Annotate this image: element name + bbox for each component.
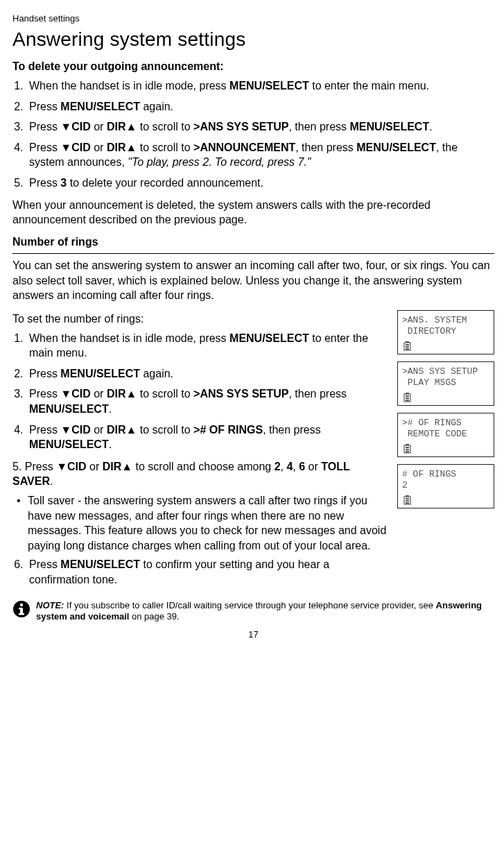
lcd-screen-3: ># OF RINGS REMOTE CODE	[397, 413, 494, 457]
section-rings-heading: Number of rings	[12, 234, 494, 250]
lcd-screen-1: >ANS. SYSTEM DIRECTORY	[397, 310, 494, 354]
running-header: Handset settings	[12, 12, 494, 25]
r-step-5: 5. Press ▼CID or DIR▲ to scroll and choo…	[0, 459, 388, 554]
svg-rect-12	[406, 447, 409, 448]
r-step-2: Press MENU/SELECT again.	[26, 366, 388, 382]
page-title: Answering system settings	[12, 26, 494, 53]
section-delete-heading: To delete your outgoing announcement:	[12, 59, 494, 74]
battery-icon	[403, 444, 412, 454]
battery-icon	[403, 341, 412, 351]
set-line: To set the number of rings:	[12, 311, 388, 327]
svg-rect-3	[406, 346, 409, 348]
svg-rect-4	[406, 348, 409, 350]
note-text: NOTE: If you subscribe to caller ID/call…	[36, 600, 494, 624]
delete-steps-list: When the handset is in idle mode, press …	[12, 78, 494, 191]
svg-rect-17	[406, 498, 409, 499]
battery-icon	[403, 393, 412, 402]
r-step-6: Press MENU/SELECT to confirm your settin…	[26, 557, 388, 587]
svg-rect-18	[406, 500, 409, 502]
section2-intro: You can set the answering system to answ…	[12, 258, 494, 303]
lcd-screen-2: >ANS SYS SETUP PLAY MSGS	[397, 361, 494, 406]
svg-rect-2	[406, 344, 409, 345]
page-number: 17	[12, 628, 494, 641]
step-3: Press ▼CID or DIR▲ to scroll to >ANS SYS…	[26, 119, 494, 135]
svg-rect-14	[406, 451, 409, 452]
svg-rect-13	[406, 449, 409, 450]
section1-trailer: When your announcement is deleted, the s…	[12, 198, 494, 228]
divider	[12, 253, 494, 254]
step-5: Press 3 to delete your recorded announce…	[26, 176, 494, 191]
svg-rect-23	[19, 608, 23, 610]
svg-point-21	[20, 603, 23, 606]
svg-rect-24	[19, 613, 24, 615]
battery-icon	[403, 495, 412, 505]
svg-rect-7	[406, 395, 409, 397]
svg-rect-19	[406, 502, 409, 504]
svg-rect-9	[406, 400, 409, 401]
r-step-1: When the handset is in idle mode, press …	[26, 331, 388, 361]
r-step-3: Press ▼CID or DIR▲ to scroll to >ANS SYS…	[26, 386, 388, 416]
step-2: Press MENU/SELECT again.	[26, 99, 494, 114]
step-1: When the handset is in idle mode, press …	[26, 78, 494, 94]
svg-rect-8	[406, 397, 409, 399]
step-4: Press ▼CID or DIR▲ to scroll to >ANNOUNC…	[26, 140, 494, 170]
set-rings-steps: When the handset is in idle mode, press …	[12, 331, 388, 452]
info-icon	[12, 600, 31, 618]
toll-saver-bullet: Toll saver - the answering system answer…	[28, 493, 388, 553]
set-rings-steps-cont: Press MENU/SELECT to confirm your settin…	[12, 557, 388, 587]
lcd-screen-4: # OF RINGS2	[397, 464, 494, 508]
r-step-4: Press ▼CID or DIR▲ to scroll to ># OF RI…	[26, 422, 388, 452]
